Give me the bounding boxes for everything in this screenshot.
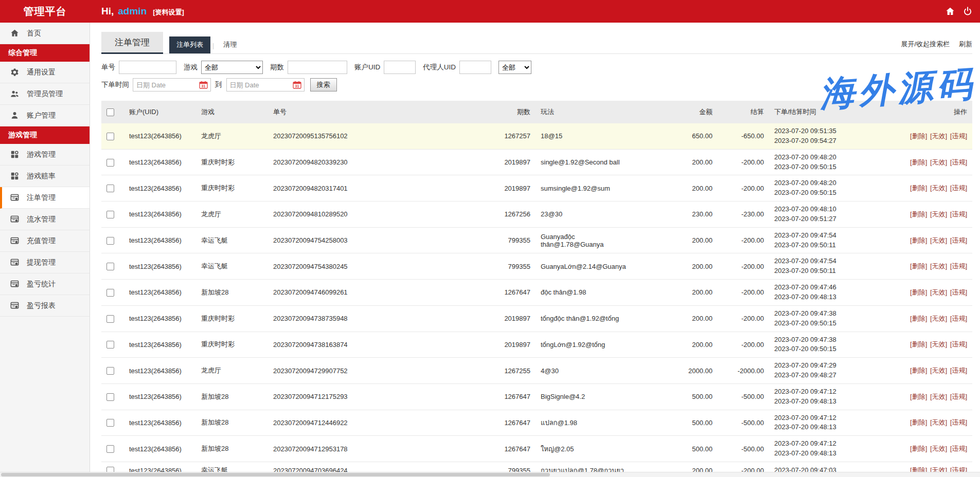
row-action[interactable]: [无效]: [930, 445, 947, 452]
row-action[interactable]: [违规]: [950, 236, 967, 244]
cell-amount: 200.00: [657, 227, 718, 253]
row-action[interactable]: [删除]: [910, 236, 927, 244]
col-amount: 金额: [657, 101, 718, 123]
row-action[interactable]: [删除]: [910, 262, 927, 270]
row-action[interactable]: [删除]: [910, 288, 927, 296]
col-account: 账户(UID): [124, 101, 196, 123]
sidebar-item[interactable]: 管理员管理: [0, 83, 90, 105]
row-action[interactable]: [删除]: [910, 445, 927, 452]
cell-game: 龙虎厅: [196, 201, 268, 228]
row-action[interactable]: [无效]: [930, 158, 947, 166]
scrollbar-thumb[interactable]: [1, 473, 550, 476]
col-order-no: 单号: [268, 101, 443, 123]
sidebar-item[interactable]: 盈亏统计: [0, 273, 90, 295]
row-checkbox[interactable]: [106, 185, 114, 192]
row-action[interactable]: [删除]: [910, 158, 927, 166]
row-action[interactable]: [无效]: [930, 132, 947, 140]
svg-text:31: 31: [202, 84, 206, 88]
row-action[interactable]: [违规]: [950, 288, 967, 296]
status-select[interactable]: 全部: [498, 61, 531, 74]
row-action[interactable]: [违规]: [950, 210, 967, 218]
select-all-checkbox[interactable]: [106, 108, 114, 116]
row-action[interactable]: [无效]: [930, 393, 947, 400]
tab-item[interactable]: 注单列表: [169, 36, 210, 53]
username: admin: [118, 6, 147, 17]
calendar-icon[interactable]: 31: [293, 81, 301, 89]
row-action[interactable]: [违规]: [950, 340, 967, 348]
row-action[interactable]: [删除]: [910, 132, 927, 140]
sidebar-item[interactable]: 盈亏报表: [0, 295, 90, 317]
row-action[interactable]: [违规]: [950, 445, 967, 452]
power-icon[interactable]: [963, 6, 973, 16]
row-action[interactable]: [删除]: [910, 418, 927, 426]
calendar-icon[interactable]: 31: [199, 81, 208, 89]
row-action[interactable]: [无效]: [930, 184, 947, 192]
table-row: test123(2643856)新加坡282023072009471244692…: [101, 410, 972, 436]
row-action[interactable]: [无效]: [930, 262, 947, 270]
row-checkbox[interactable]: [106, 237, 114, 245]
row-action[interactable]: [违规]: [950, 366, 967, 374]
row-action[interactable]: [无效]: [930, 210, 947, 218]
sidebar-item[interactable]: 注单管理: [0, 187, 90, 209]
row-action[interactable]: [违规]: [950, 132, 967, 140]
row-checkbox[interactable]: [106, 315, 114, 323]
profile-settings-link[interactable]: [资料设置]: [153, 8, 184, 17]
row-action[interactable]: [无效]: [930, 288, 947, 296]
sidebar-item[interactable]: 通用设置: [0, 62, 90, 83]
row-checkbox[interactable]: [106, 341, 114, 348]
row-checkbox[interactable]: [106, 211, 114, 218]
row-action[interactable]: [违规]: [950, 158, 967, 166]
row-checkbox[interactable]: [106, 159, 114, 167]
home-icon[interactable]: [945, 6, 955, 16]
row-action[interactable]: [违规]: [950, 393, 967, 400]
sidebar-item[interactable]: 流水管理: [0, 209, 90, 230]
agent-uid-input[interactable]: [459, 61, 491, 74]
row-action[interactable]: [违规]: [950, 418, 967, 426]
cell-game: 幸运飞艇: [196, 227, 268, 253]
row-action[interactable]: [违规]: [950, 184, 967, 192]
game-select[interactable]: 全部: [201, 61, 263, 74]
row-action[interactable]: [无效]: [930, 340, 947, 348]
row-action[interactable]: [无效]: [930, 418, 947, 426]
tab-item[interactable]: 清理: [216, 36, 244, 53]
row-checkbox[interactable]: [106, 133, 114, 140]
sidebar-item[interactable]: 提现管理: [0, 252, 90, 273]
row-checkbox[interactable]: [106, 419, 114, 427]
sidebar-item[interactable]: 游戏赔率: [0, 166, 90, 187]
cell-game: 龙虎厅: [196, 123, 268, 149]
row-action[interactable]: [删除]: [910, 210, 927, 218]
cell-time: 2023-07-20 09:47:122023-07-20 09:48:13: [769, 410, 887, 436]
row-action[interactable]: [删除]: [910, 393, 927, 400]
row-action[interactable]: [无效]: [930, 236, 947, 244]
row-action[interactable]: [违规]: [950, 315, 967, 322]
row-action[interactable]: [删除]: [910, 315, 927, 322]
row-checkbox[interactable]: [106, 263, 114, 270]
row-checkbox[interactable]: [106, 289, 114, 297]
sidebar-item[interactable]: 账户管理: [0, 105, 90, 126]
row-action[interactable]: [无效]: [930, 315, 947, 322]
row-action[interactable]: [无效]: [930, 366, 947, 374]
horizontal-scrollbar[interactable]: [0, 472, 980, 477]
sidebar-item[interactable]: 充值管理: [0, 230, 90, 252]
toggle-search-link[interactable]: 展开/收起搜索栏: [901, 40, 950, 49]
account-uid-input[interactable]: [384, 61, 416, 74]
cell-account: test123(2643856): [124, 410, 196, 436]
order-no-input[interactable]: [119, 61, 176, 74]
row-checkbox[interactable]: [106, 393, 114, 401]
refresh-link[interactable]: 刷新: [959, 40, 972, 49]
issue-input[interactable]: [288, 61, 347, 74]
row-action[interactable]: [删除]: [910, 340, 927, 348]
col-settle: 结算: [718, 101, 769, 123]
row-checkbox[interactable]: [106, 367, 114, 375]
row-action[interactable]: [删除]: [910, 184, 927, 192]
cell-play: tổngLớn@1.92@tổng: [536, 332, 657, 358]
cell-play: single@1.92@Second ball: [536, 149, 657, 175]
row-action[interactable]: [删除]: [910, 366, 927, 374]
sidebar-item[interactable]: 游戏管理: [0, 144, 90, 166]
row-checkbox[interactable]: [106, 445, 114, 453]
row-action[interactable]: [违规]: [950, 262, 967, 270]
search-button[interactable]: 搜索: [310, 78, 337, 91]
sidebar-item[interactable]: 首页: [0, 23, 90, 44]
cell-account: test123(2643856): [124, 201, 196, 228]
cell-amount: 500.00: [657, 383, 718, 410]
